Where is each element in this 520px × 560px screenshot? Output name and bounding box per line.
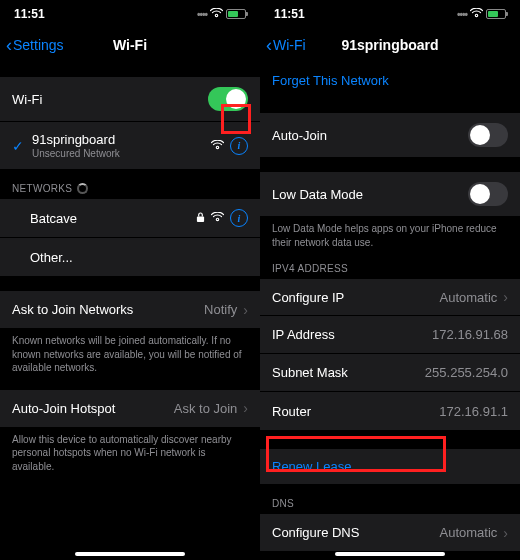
dns-header: DNS (260, 484, 520, 513)
ip-label: IP Address (272, 327, 335, 342)
chevron-right-icon: › (243, 302, 248, 318)
lock-icon (196, 212, 205, 225)
wifi-settings-screen: 11:51 •••• ‹ Settings Wi-Fi Wi-Fi (0, 0, 260, 560)
configure-ip-value: Automatic (440, 290, 498, 305)
forget-network-button[interactable]: Forget This Network (260, 62, 520, 98)
renew-label: Renew Lease (272, 459, 352, 474)
ask-label: Ask to Join Networks (12, 302, 133, 317)
router-value: 172.16.91.1 (439, 404, 508, 419)
status-bar: 11:51 •••• (260, 0, 520, 28)
chevron-left-icon: ‹ (266, 36, 272, 54)
status-time: 11:51 (14, 7, 45, 21)
chevron-right-icon: › (503, 525, 508, 541)
nav-bar: ‹ Wi-Fi 91springboard (260, 28, 520, 62)
hotspot-value: Ask to Join (174, 401, 238, 416)
ask-footer: Known networks will be joined automatica… (0, 328, 260, 375)
low-data-toggle[interactable] (468, 182, 508, 206)
wifi-signal-icon (211, 139, 224, 153)
lowdata-footer: Low Data Mode helps apps on your iPhone … (260, 216, 520, 249)
back-label: Settings (13, 37, 64, 53)
auto-join-hotspot-row[interactable]: Auto-Join Hotspot Ask to Join › (0, 389, 260, 427)
wifi-master-toggle-row[interactable]: Wi-Fi (0, 76, 260, 122)
network-row-other[interactable]: Other... (0, 238, 260, 276)
auto-join-row[interactable]: Auto-Join (260, 112, 520, 157)
subnet-mask-row: Subnet Mask 255.255.254.0 (260, 354, 520, 392)
hotspot-label: Auto-Join Hotspot (12, 401, 115, 416)
configure-ip-row[interactable]: Configure IP Automatic › (260, 278, 520, 316)
nav-bar: ‹ Settings Wi-Fi (0, 28, 260, 62)
chevron-right-icon: › (503, 289, 508, 305)
chevron-right-icon: › (243, 400, 248, 416)
ask-value: Notify (204, 302, 237, 317)
info-icon[interactable]: i (230, 209, 248, 227)
checkmark-icon: ✓ (12, 138, 24, 154)
status-bar: 11:51 •••• (0, 0, 260, 28)
router-label: Router (272, 404, 311, 419)
low-data-mode-row[interactable]: Low Data Mode (260, 171, 520, 216)
renew-lease-button[interactable]: Renew Lease (260, 448, 520, 484)
subnet-label: Subnet Mask (272, 365, 348, 380)
network-name: Batcave (12, 211, 77, 226)
wifi-icon (470, 7, 483, 21)
lowdata-label: Low Data Mode (272, 187, 363, 202)
back-button[interactable]: ‹ Settings (6, 36, 64, 54)
info-icon[interactable]: i (230, 137, 248, 155)
battery-icon (226, 9, 246, 19)
signal-dots-icon: •••• (457, 9, 467, 20)
autojoin-label: Auto-Join (272, 128, 327, 143)
other-label: Other... (12, 250, 73, 265)
home-indicator[interactable] (335, 552, 445, 556)
network-name: 91springboard (32, 132, 120, 147)
home-indicator[interactable] (75, 552, 185, 556)
configure-dns-row[interactable]: Configure DNS Automatic › (260, 513, 520, 551)
configure-ip-label: Configure IP (272, 290, 344, 305)
wifi-icon (210, 7, 223, 21)
network-row-batcave[interactable]: Batcave i (0, 198, 260, 238)
ipv4-header: IPV4 ADDRESS (260, 249, 520, 278)
ask-to-join-row[interactable]: Ask to Join Networks Notify › (0, 290, 260, 328)
hotspot-footer: Allow this device to automatically disco… (0, 427, 260, 474)
ip-address-row: IP Address 172.16.91.68 (260, 316, 520, 354)
network-subtitle: Unsecured Network (32, 148, 120, 159)
networks-header: NETWORKS (0, 169, 260, 198)
subnet-value: 255.255.254.0 (425, 365, 508, 380)
status-time: 11:51 (274, 7, 305, 21)
signal-dots-icon: •••• (197, 9, 207, 20)
back-label: Wi-Fi (273, 37, 306, 53)
network-detail-screen: 11:51 •••• ‹ Wi-Fi 91springboard Forget … (260, 0, 520, 560)
chevron-left-icon: ‹ (6, 36, 12, 54)
wifi-signal-icon (211, 211, 224, 225)
router-row: Router 172.16.91.1 (260, 392, 520, 430)
dns-label: Configure DNS (272, 525, 359, 540)
forget-label: Forget This Network (272, 73, 389, 88)
spinner-icon (77, 183, 88, 194)
dns-value: Automatic (440, 525, 498, 540)
svg-rect-0 (197, 216, 204, 221)
battery-icon (486, 9, 506, 19)
wifi-toggle[interactable] (208, 87, 248, 111)
connected-network-row[interactable]: ✓ 91springboard Unsecured Network i (0, 122, 260, 169)
ip-value: 172.16.91.68 (432, 327, 508, 342)
auto-join-toggle[interactable] (468, 123, 508, 147)
wifi-label: Wi-Fi (12, 92, 42, 107)
back-button[interactable]: ‹ Wi-Fi (266, 36, 306, 54)
